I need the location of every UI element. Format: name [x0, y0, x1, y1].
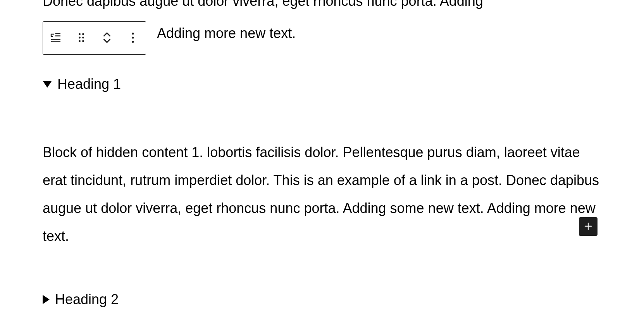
block-toolbar	[43, 21, 146, 55]
paragraph-partial-top[interactable]: Donec dapibus augue ut dolor viverra, eg…	[43, 0, 601, 10]
drag-handle-button[interactable]	[69, 22, 94, 54]
svg-point-5	[82, 40, 84, 42]
triangle-down-icon	[43, 81, 52, 88]
triangle-right-icon	[43, 295, 50, 304]
toolbar-group-secondary	[120, 22, 146, 54]
details-block-icon	[49, 31, 63, 46]
details-summary-2[interactable]: Heading 2	[43, 290, 601, 309]
svg-point-2	[79, 36, 81, 38]
paragraph-trailing[interactable]: Adding more new text.	[157, 25, 296, 42]
svg-point-3	[82, 36, 84, 38]
drag-handle-icon	[74, 31, 88, 46]
svg-point-8	[132, 40, 134, 42]
toolbar-group-primary	[43, 22, 120, 54]
svg-point-0	[79, 33, 81, 35]
plus-icon	[583, 221, 594, 233]
block-type-button[interactable]	[43, 22, 69, 54]
details-block-1[interactable]: Heading 1 Block of hidden content 1. lob…	[43, 74, 601, 250]
details-content-1[interactable]: Block of hidden content 1. lobortis faci…	[43, 138, 601, 250]
move-up-down-button[interactable]	[94, 22, 120, 54]
svg-point-4	[79, 40, 81, 42]
details-summary-1[interactable]: Heading 1	[43, 74, 601, 94]
more-options-icon	[126, 31, 140, 46]
svg-point-7	[132, 36, 134, 38]
svg-point-6	[132, 32, 134, 34]
move-up-down-icon	[100, 31, 114, 46]
details-block-2[interactable]: Heading 2	[43, 290, 601, 309]
more-options-button[interactable]	[120, 22, 146, 54]
svg-point-1	[82, 33, 84, 35]
add-block-button[interactable]	[579, 217, 598, 236]
details-summary-1-text[interactable]: Heading 1	[57, 76, 121, 92]
details-summary-2-text[interactable]: Heading 2	[55, 291, 119, 308]
